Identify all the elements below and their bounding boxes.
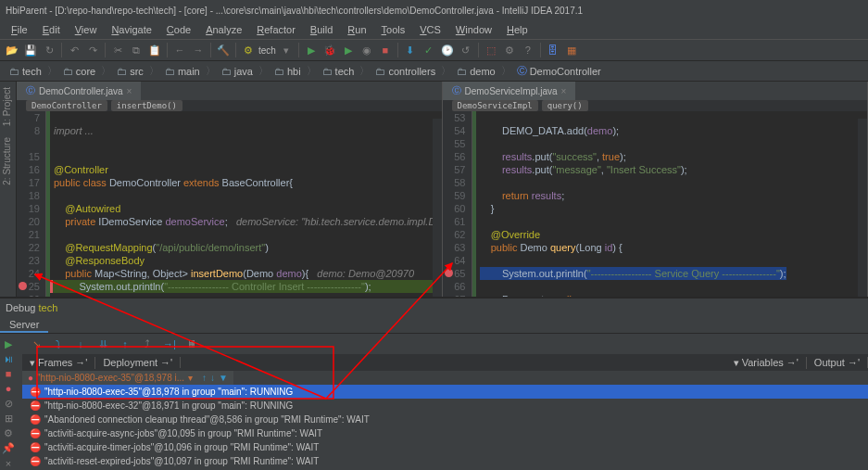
menu-window[interactable]: Window bbox=[448, 22, 499, 37]
vcs-update-icon[interactable]: ⬇ bbox=[402, 42, 419, 58]
run-icon[interactable]: ▶ bbox=[303, 42, 320, 58]
code-line[interactable]: @Autowired bbox=[54, 202, 442, 215]
run-to-cursor-icon[interactable]: →| bbox=[161, 336, 178, 352]
save-icon[interactable]: 💾 bbox=[22, 42, 39, 58]
crumb-core[interactable]: 🗀core bbox=[59, 64, 99, 79]
run-coverage-icon[interactable]: ▶ bbox=[340, 42, 357, 58]
crumb-class[interactable]: DemoServiceImpl bbox=[452, 100, 538, 111]
crumb-tech[interactable]: 🗀tech bbox=[319, 64, 359, 79]
crumb-tech[interactable]: 🗀tech bbox=[6, 64, 45, 79]
rerun-icon[interactable]: ▶ bbox=[0, 337, 17, 350]
thread-row[interactable]: ⛔"Abandoned connection cleanup thread"@8… bbox=[22, 413, 868, 426]
code-line[interactable] bbox=[480, 280, 868, 293]
settings-icon[interactable]: ⚙ bbox=[501, 42, 518, 58]
code-line[interactable]: return results; bbox=[480, 189, 868, 202]
forward-icon[interactable]: → bbox=[190, 42, 207, 58]
copy-icon[interactable]: ⧉ bbox=[128, 42, 145, 58]
breakpoint-icon[interactable] bbox=[445, 269, 453, 277]
thread-row[interactable]: ⛔"http-nio-8080-exec-35"@18,978 in group… bbox=[22, 385, 868, 399]
redo-icon[interactable]: ↷ bbox=[84, 42, 101, 58]
code-line[interactable] bbox=[480, 254, 868, 267]
code-line[interactable]: public class DemoController extends Base… bbox=[54, 176, 442, 189]
output-section[interactable]: Output→' bbox=[807, 357, 868, 368]
code-line[interactable] bbox=[480, 176, 868, 189]
vcs-history-icon[interactable]: 🕑 bbox=[439, 42, 456, 58]
code-area-left[interactable]: 78151617181920212223242526272829303132 i… bbox=[17, 111, 442, 297]
thread-list[interactable]: ⛔"http-nio-8080-exec-35"@18,978 in group… bbox=[22, 385, 868, 468]
code-line[interactable] bbox=[54, 228, 442, 241]
crumb-src[interactable]: 🗀src bbox=[113, 64, 147, 79]
menu-vcs[interactable]: VCS bbox=[412, 22, 448, 37]
crumb-controllers[interactable]: 🗀controllers bbox=[371, 64, 439, 79]
thread-row[interactable]: ⛔"activiti-reset-expired-jobs"@10,097 in… bbox=[22, 454, 868, 468]
code-line[interactable] bbox=[480, 111, 868, 124]
crumb-method[interactable]: insertDemo() bbox=[111, 100, 182, 111]
close-icon[interactable]: × bbox=[561, 86, 567, 96]
crumb-demo[interactable]: 🗀demo bbox=[453, 64, 499, 79]
cut-icon[interactable]: ✂ bbox=[109, 42, 126, 58]
menu-bar[interactable]: FileEditViewNavigateCodeAnalyzeRefactorB… bbox=[0, 20, 868, 39]
code-line[interactable]: public Demo query(Long id) { bbox=[480, 241, 868, 254]
deployment-section[interactable]: Deployment→' bbox=[95, 357, 181, 368]
menu-tools[interactable]: Tools bbox=[374, 22, 413, 37]
project-tool-tab[interactable]: 1: Project bbox=[0, 82, 14, 132]
menu-refactor[interactable]: Refactor bbox=[249, 22, 303, 37]
menu-help[interactable]: Help bbox=[499, 22, 535, 37]
code-line[interactable]: @Controller bbox=[54, 163, 442, 176]
code-line[interactable]: @Override bbox=[480, 228, 868, 241]
code-line[interactable]: results.put("message", "Insert Success")… bbox=[480, 163, 868, 176]
pin-icon[interactable]: 📌 bbox=[0, 442, 17, 455]
stop-icon[interactable]: ■ bbox=[0, 367, 17, 380]
crumb-main[interactable]: 🗀main bbox=[161, 64, 204, 79]
db-console-icon[interactable]: ▦ bbox=[563, 42, 580, 58]
step-over-icon[interactable]: ⤵ bbox=[50, 336, 67, 352]
code-line[interactable]: private IDemoService demoService; demoSe… bbox=[54, 215, 442, 228]
code-line[interactable]: System.out.println("------------------ C… bbox=[50, 280, 442, 293]
step-into-icon[interactable]: ↓ bbox=[72, 336, 89, 352]
code-line[interactable] bbox=[54, 137, 442, 150]
code-line[interactable]: } bbox=[480, 202, 868, 215]
code-line[interactable] bbox=[480, 215, 868, 228]
close-icon[interactable]: × bbox=[127, 86, 132, 96]
close-icon[interactable]: × bbox=[0, 457, 17, 470]
thread-row[interactable]: ⛔"activiti-acquire-async-jobs"@10,095 in… bbox=[22, 426, 868, 440]
menu-view[interactable]: View bbox=[68, 22, 105, 37]
code-line[interactable]: System.out.println("------------------ S… bbox=[480, 267, 868, 280]
show-exec-icon[interactable]: ↘ bbox=[28, 336, 44, 352]
db-icon[interactable]: 🗄 bbox=[545, 42, 561, 58]
force-step-into-icon[interactable]: ⇊ bbox=[94, 336, 111, 352]
run-config-icon[interactable]: ⚙ bbox=[240, 42, 257, 58]
code-line[interactable] bbox=[54, 111, 442, 124]
help-icon[interactable]: ? bbox=[520, 42, 536, 58]
structure-icon[interactable]: ⬚ bbox=[483, 42, 499, 58]
code-line[interactable] bbox=[54, 150, 442, 163]
vcs-commit-icon[interactable]: ✓ bbox=[421, 42, 437, 58]
profile-icon[interactable]: ◉ bbox=[359, 42, 375, 58]
settings-icon[interactable]: ⚙ bbox=[0, 427, 17, 440]
layout-icon[interactable]: ⊞ bbox=[0, 413, 17, 426]
vcs-revert-icon[interactable]: ↺ bbox=[458, 42, 474, 58]
thread-selector[interactable]: ● "http-nio-8080-exec-35"@18,978 i... ▾ … bbox=[22, 371, 233, 385]
variables-section[interactable]: ▾Variables→' bbox=[726, 357, 807, 369]
editor-tab-left[interactable]: Ⓒ DemoController.java × bbox=[17, 82, 141, 100]
crumb-java[interactable]: 🗀java bbox=[218, 64, 257, 79]
menu-run[interactable]: Run bbox=[340, 22, 373, 37]
code-line[interactable]: @ResponseBody bbox=[54, 254, 442, 267]
crumb-method[interactable]: query() bbox=[542, 100, 588, 111]
code-line[interactable]: results.put("success", true); bbox=[480, 150, 868, 163]
scrollbar[interactable] bbox=[858, 119, 867, 297]
next-frame-icon[interactable]: ↓ bbox=[210, 373, 215, 383]
dropdown-icon[interactable]: ▾ bbox=[278, 42, 295, 58]
code-line[interactable]: public Map<String, Object> insertDemo(De… bbox=[54, 267, 442, 280]
editor-tab-right[interactable]: Ⓒ DemoServiceImpl.java × bbox=[443, 82, 576, 100]
thread-row[interactable]: ⛔"http-nio-8080-exec-32"@18,971 in group… bbox=[22, 399, 868, 413]
menu-code[interactable]: Code bbox=[159, 22, 198, 37]
menu-analyze[interactable]: Analyze bbox=[198, 22, 249, 37]
server-tab[interactable]: Server bbox=[0, 317, 48, 333]
view-breakpoints-icon[interactable]: ● bbox=[0, 382, 17, 395]
scrollbar[interactable] bbox=[433, 119, 442, 297]
crumb-hbi[interactable]: 🗀hbi bbox=[270, 64, 305, 79]
build-icon[interactable]: 🔨 bbox=[215, 42, 232, 58]
resume-icon[interactable]: ⏯ bbox=[0, 352, 17, 365]
paste-icon[interactable]: 📋 bbox=[146, 42, 163, 58]
